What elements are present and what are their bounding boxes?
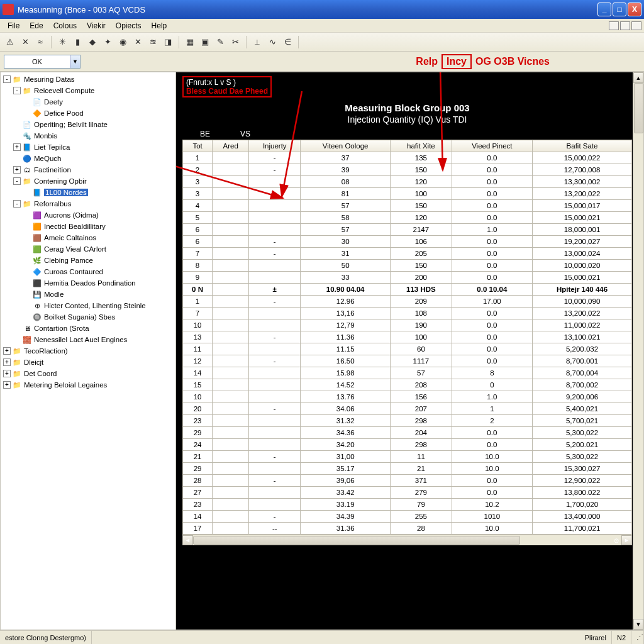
tree-node[interactable]: 🔵MeQuch xyxy=(3,153,175,164)
tree-node[interactable]: 🔘Boilket Sugania) Sbes xyxy=(3,311,175,323)
close-button[interactable]: X xyxy=(628,3,641,16)
tool-icon-4[interactable]: ▮ xyxy=(71,36,84,48)
tree-node[interactable]: +📁Metering Beloial Legaines xyxy=(3,379,175,391)
tree-toggle-icon[interactable]: - xyxy=(13,200,21,208)
h-scroll-thumb[interactable] xyxy=(193,536,520,545)
tree-toggle-icon[interactable]: + xyxy=(13,143,21,151)
table-row[interactable]: 2934.362040.05,300,022 xyxy=(183,427,632,439)
table-row[interactable]: 13-11.361000.013,100.021 xyxy=(183,331,632,343)
table-row[interactable]: 1415.985788,700,004 xyxy=(183,367,632,379)
tool-icon-10[interactable]: ◨ xyxy=(162,36,174,48)
tree-node[interactable]: 🟧Inecticl Bealdillitary xyxy=(3,221,175,232)
tree-toggle-icon[interactable]: - xyxy=(13,177,21,185)
menu-help[interactable]: Help xyxy=(147,20,172,31)
table-row[interactable]: 6-301060.019,200,027 xyxy=(183,236,632,248)
tree-toggle-icon[interactable]: + xyxy=(3,358,11,366)
table-row[interactable]: 65721471.018,000,001 xyxy=(183,224,632,236)
tool-icon-15[interactable]: ⟂ xyxy=(251,36,264,48)
chevron-down-icon[interactable]: ▼ xyxy=(70,55,80,68)
v-scroll-thumb[interactable] xyxy=(634,83,643,133)
tree-node[interactable]: +📁Det Coord xyxy=(3,368,175,379)
tree-node[interactable]: 🧱Nenessilel Lact Auel Engines xyxy=(3,334,175,345)
mdi-min-icon[interactable] xyxy=(609,21,619,30)
table-row[interactable]: 2333.197910.21,700,020 xyxy=(183,499,632,511)
tree-toggle-icon[interactable]: - xyxy=(3,75,11,83)
column-header[interactable]: Vieed Pinect xyxy=(452,140,532,152)
scroll-left-icon[interactable]: ◄ xyxy=(182,535,193,545)
table-row[interactable]: 1013.761561.09,200,006 xyxy=(183,391,632,403)
table-row[interactable]: 0 N±10.90 04.04113 HDS0.0 10.04Hpitejr 1… xyxy=(183,284,632,296)
table-row[interactable]: 2733.422790.013,800.022 xyxy=(183,487,632,499)
tool-icon-1[interactable]: ✕ xyxy=(19,36,31,48)
menu-view[interactable]: Viekir xyxy=(82,20,111,31)
table-row[interactable]: 5581200.015,000,021 xyxy=(183,212,632,224)
tool-icon-12[interactable]: ▣ xyxy=(199,36,211,48)
minimize-button[interactable]: _ xyxy=(597,3,611,16)
table-row[interactable]: 28-39,063710.012,900,022 xyxy=(183,475,632,487)
data-table[interactable]: TotAredInjuertyViteen Oologehafit XiteVi… xyxy=(182,140,632,535)
tree-node[interactable]: +📘Liet Tepilca xyxy=(3,142,175,153)
mdi-max-icon[interactable] xyxy=(620,21,630,30)
tree-node[interactable]: -📁Reicevell Compute xyxy=(3,85,175,96)
tree-node[interactable]: -📁Contening Opbir xyxy=(3,175,175,187)
tree-node[interactable]: +🗂Factineition xyxy=(3,164,175,175)
table-row[interactable]: 1-12.9620917.0010,000,090 xyxy=(183,296,632,308)
warning-icon[interactable]: ⚠ xyxy=(4,36,16,48)
scroll-right-icon[interactable]: ► xyxy=(621,535,632,545)
scroll-down-icon[interactable]: ▼ xyxy=(633,619,643,630)
tool-icon-17[interactable]: ∈ xyxy=(281,36,294,48)
table-row[interactable]: 713,161080.013,200,022 xyxy=(183,308,632,319)
tree-node[interactable]: 📄Deety xyxy=(3,96,175,108)
mdi-close-icon[interactable] xyxy=(631,21,641,30)
column-header[interactable]: hafit Xite xyxy=(391,140,452,152)
tool-icon-5[interactable]: ◆ xyxy=(86,36,99,48)
tree-toggle-icon[interactable]: + xyxy=(13,166,21,174)
table-row[interactable]: 1111.15600.05,200.032 xyxy=(183,343,632,355)
table-row[interactable]: 2935.172110.015,300,027 xyxy=(183,463,632,475)
tree-node[interactable]: -📁Mesuring Datas xyxy=(3,74,175,85)
table-row[interactable]: 20-34.0620715,400,021 xyxy=(183,403,632,415)
tree-node[interactable]: +📁Dleicjt xyxy=(3,357,175,368)
tool-icon-6[interactable]: ✦ xyxy=(101,36,114,48)
table-row[interactable]: 2434.202980.05,200.021 xyxy=(183,439,632,451)
resize-grip-icon[interactable]: ⋰ xyxy=(631,631,644,644)
table-row[interactable]: 4571500.015,000,017 xyxy=(183,200,632,212)
table-row[interactable]: 3081200.013,300,002 xyxy=(183,176,632,188)
tree-toggle-icon[interactable]: + xyxy=(3,347,11,355)
tree-node[interactable]: 🟫Ameic Caltainos xyxy=(3,232,175,243)
tool-icon-16[interactable]: ∿ xyxy=(266,36,279,48)
tree-node[interactable]: ⊕Hicter Conted, Lihenting Steinle xyxy=(3,300,175,311)
menu-file[interactable]: File xyxy=(3,20,25,31)
tree-node[interactable]: 🟪Aucrons (Oidma) xyxy=(3,209,175,221)
table-row[interactable]: 14-34.39255101013,400,000 xyxy=(183,511,632,523)
tree-node[interactable]: 📄Operiting; Belvilt lilnate xyxy=(3,119,175,130)
tree-node[interactable]: 💾Modle xyxy=(3,289,175,300)
table-row[interactable]: 1-371350.015,000,022 xyxy=(183,152,632,164)
table-row[interactable]: 21-31,001110.05,300,022 xyxy=(183,451,632,463)
column-header[interactable]: Bafit Sate xyxy=(533,140,632,152)
table-row[interactable]: 12-16.5011170.08,700.001 xyxy=(183,355,632,367)
table-row[interactable]: 17--31.362810.011,700,021 xyxy=(183,523,632,535)
tool-icon-8[interactable]: ✕ xyxy=(131,36,144,48)
table-row[interactable]: 9332000.015,000,021 xyxy=(183,272,632,284)
tool-icon-11[interactable]: ▦ xyxy=(184,36,196,48)
tree-node[interactable]: -📁Reforralbus xyxy=(3,198,175,209)
tree-node[interactable]: 🔷Curoas Contaured xyxy=(3,266,175,277)
tree-node[interactable]: 📘1L00 Nordes xyxy=(3,187,175,198)
tool-icon-9[interactable]: ≋ xyxy=(147,36,159,48)
menu-colours[interactable]: Colous xyxy=(48,20,82,31)
horizontal-scrollbar[interactable]: ◄ ⊙ ► xyxy=(182,535,632,545)
table-row[interactable]: 1514.5220808,700,002 xyxy=(183,379,632,391)
maximize-button[interactable]: □ xyxy=(613,3,626,16)
tool-icon-2[interactable]: ≈ xyxy=(34,36,47,48)
tree-toggle-icon[interactable]: - xyxy=(13,87,21,94)
column-header[interactable]: Injuerty xyxy=(249,140,301,152)
ok-combobox[interactable]: OK ▼ xyxy=(4,55,80,69)
tree-node[interactable]: 🖥Contartion (Srota xyxy=(3,323,175,334)
tree-node[interactable]: +📁TecoRlaction) xyxy=(3,345,175,357)
tool-icon-3[interactable]: ✳ xyxy=(56,36,69,48)
tool-icon-14[interactable]: ✂ xyxy=(229,36,242,48)
tree-node[interactable]: 🌿Clebing Pamce xyxy=(3,255,175,266)
scroll-up-icon[interactable]: ▲ xyxy=(633,72,643,83)
tree-node[interactable]: 🟩Cerag Vieal CArlort xyxy=(3,243,175,255)
